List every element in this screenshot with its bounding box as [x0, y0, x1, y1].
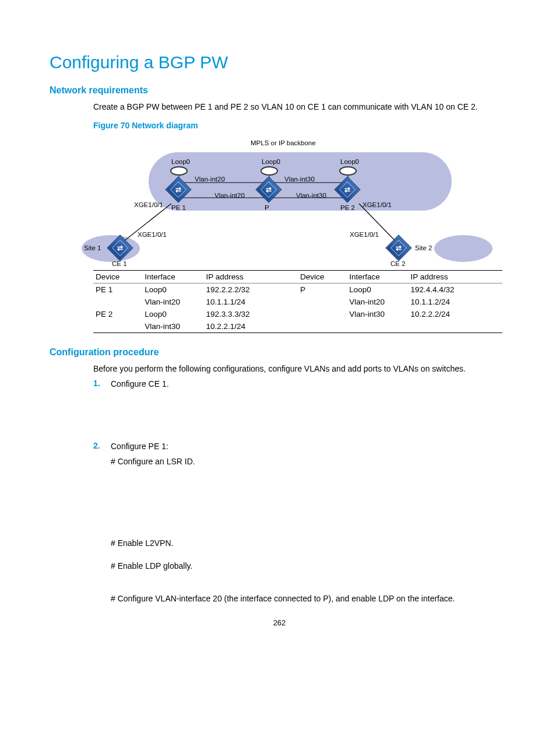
table-cell: Vlan-int20 — [142, 296, 203, 308]
table-cell — [347, 320, 408, 333]
loop-label: Loop0 — [262, 158, 280, 165]
table-cell: PE 2 — [93, 308, 142, 320]
link-label: XGE1/0/1 — [138, 231, 167, 238]
table-header: IP address — [204, 271, 298, 284]
table-cell: Vlan-int20 — [347, 296, 408, 308]
table-cell: 192.3.3.3/32 — [204, 308, 298, 320]
step-text: # Enable LDP globally. — [111, 561, 509, 572]
ip-address-table: Device Interface IP address Device Inter… — [93, 270, 502, 333]
step-text: # Enable L2VPN. — [111, 538, 509, 550]
table-row: Vlan-int20 10.1.1.1/24 Vlan-int20 10.1.1… — [93, 296, 502, 308]
procedure-step: Configure PE 1: # Configure an LSR ID. #… — [93, 441, 509, 604]
table-header: Device — [298, 271, 347, 284]
table-cell: 192.4.4.4/32 — [409, 284, 502, 296]
network-requirements-heading: Network requirements — [50, 85, 509, 96]
router-icon: ⇄ — [385, 235, 411, 261]
table-cell: Vlan-int30 — [347, 308, 408, 320]
backbone-label: MPLS or IP backbone — [251, 139, 316, 146]
table-cell — [93, 320, 142, 333]
link-label: XGE1/0/1 — [134, 201, 163, 208]
table-cell — [409, 320, 502, 333]
table-row: Vlan-int30 10.2.2.1/24 — [93, 320, 502, 333]
link-label: Vlan-int30 — [284, 176, 315, 183]
procedure-step: Configure CE 1. — [93, 379, 509, 433]
table-cell — [298, 320, 347, 333]
step-text: # Configure VLAN-interface 20 (the inter… — [111, 593, 509, 605]
table-header: Device — [93, 271, 142, 284]
step-text: Configure CE 1. — [111, 379, 509, 390]
table-cell — [298, 308, 347, 320]
site-label: Site 1 — [84, 244, 101, 251]
table-cell: 10.1.1.2/24 — [409, 296, 502, 308]
table-cell: Loop0 — [142, 308, 203, 320]
table-cell: 10.2.2.2/24 — [409, 308, 502, 320]
config-procedure-heading: Configuration procedure — [50, 347, 509, 358]
link-label: Vlan-int30 — [296, 192, 326, 199]
table-cell: Vlan-int30 — [142, 320, 203, 333]
network-requirements-text: Create a BGP PW between PE 1 and PE 2 so… — [93, 102, 509, 113]
loop-label: Loop0 — [171, 158, 190, 165]
device-label: CE 1 — [112, 260, 127, 267]
procedure-list: Configure CE 1. Configure PE 1: # Config… — [93, 379, 509, 605]
table-cell — [93, 296, 142, 308]
table-cell: Loop0 — [142, 284, 203, 296]
table-row: PE 2 Loop0 192.3.3.3/32 Vlan-int30 10.2.… — [93, 308, 502, 320]
table-cell: 192.2.2.2/32 — [204, 284, 298, 296]
table-cell: 10.1.1.1/24 — [204, 296, 298, 308]
table-cell: P — [298, 284, 347, 296]
link-label: Vlan-int20 — [214, 192, 245, 199]
table-header: Interface — [142, 271, 203, 284]
link-label: XGE1/0/1 — [363, 201, 392, 208]
site-label: Site 2 — [415, 244, 432, 251]
figure-caption: Figure 70 Network diagram — [93, 120, 509, 132]
loop-label: Loop0 — [340, 158, 359, 165]
table-cell: 10.2.2.1/24 — [204, 320, 298, 333]
table-header: IP address — [409, 271, 502, 284]
device-label: P — [265, 204, 269, 211]
table-cell — [298, 296, 347, 308]
device-label: PE 2 — [340, 204, 355, 211]
config-procedure-intro: Before you perform the following configu… — [93, 363, 509, 375]
page-number: 262 — [50, 618, 509, 627]
table-cell: PE 1 — [93, 284, 142, 296]
site2-cloud — [434, 235, 492, 262]
table-header: Interface — [347, 271, 408, 284]
table-cell: Loop0 — [347, 284, 408, 296]
link-label: XGE1/0/1 — [350, 231, 379, 238]
network-diagram: ⇄ ⇄ ⇄ ⇄ ⇄ MPLS or IP backbone Loop0 Loop… — [87, 135, 495, 269]
step-text: Configure PE 1: — [111, 441, 509, 453]
table-row: PE 1 Loop0 192.2.2.2/32 P Loop0 192.4.4.… — [93, 284, 502, 296]
device-label: PE 1 — [171, 204, 186, 211]
step-text: # Configure an LSR ID. — [111, 456, 509, 468]
table-header-row: Device Interface IP address Device Inter… — [93, 271, 502, 284]
link-label: Vlan-int20 — [195, 176, 225, 183]
device-label: CE 2 — [390, 260, 406, 267]
page-title: Configuring a BGP PW — [50, 52, 509, 72]
